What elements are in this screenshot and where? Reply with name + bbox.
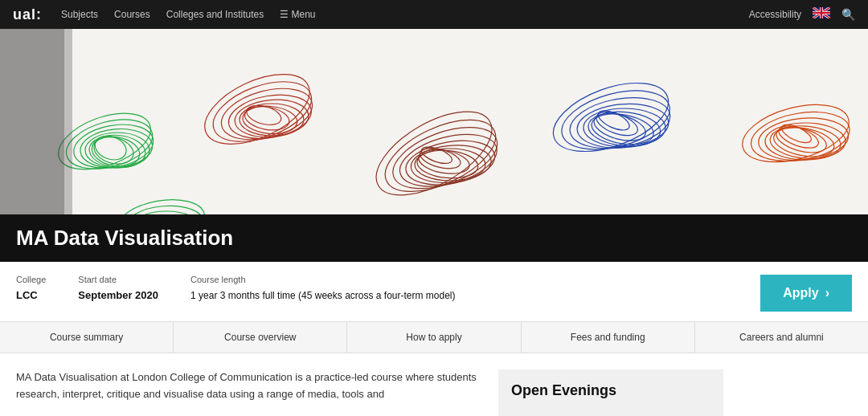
hero-section: MA Data Visualisation — [0, 29, 868, 262]
start-date-label: Start date — [78, 275, 158, 284]
college-field: College LCC — [16, 275, 46, 302]
apply-label: Apply — [783, 286, 818, 300]
flag-icon — [813, 7, 830, 18]
course-tabs: Course summary Course overview How to ap… — [0, 322, 868, 353]
navigation: ual: Subjects Courses Colleges and Insti… — [0, 0, 868, 29]
apply-button[interactable]: Apply › — [760, 275, 852, 312]
apply-arrow-icon: › — [825, 286, 829, 300]
hero-title-bar: MA Data Visualisation — [0, 214, 868, 262]
accessibility-link[interactable]: Accessibility — [749, 9, 801, 20]
start-date-field: Start date September 2020 — [78, 275, 158, 302]
nav-right: Accessibility 🔍 — [749, 7, 855, 22]
tab-course-overview[interactable]: Course overview — [174, 322, 347, 353]
search-icon[interactable]: 🔍 — [841, 8, 855, 21]
nav-logo[interactable]: ual: — [13, 6, 42, 23]
nav-courses[interactable]: Courses — [114, 9, 150, 20]
course-info: College LCC Start date September 2020 Co… — [0, 262, 868, 322]
course-length-value: 1 year 3 months full time (45 weeks acro… — [190, 290, 455, 301]
tab-how-to-apply[interactable]: How to apply — [347, 322, 521, 353]
college-value: LCC — [16, 289, 38, 301]
course-length-label: Course length — [190, 275, 455, 284]
college-label: College — [16, 275, 46, 284]
description-text: MA Data Visualisation at London College … — [16, 369, 482, 403]
nav-subjects[interactable]: Subjects — [61, 9, 98, 20]
nav-colleges[interactable]: Colleges and Institutes — [166, 9, 264, 20]
start-date-value: September 2020 — [78, 289, 158, 301]
nav-links: Subjects Courses Colleges and Institutes… — [61, 9, 315, 20]
tab-course-summary[interactable]: Course summary — [0, 322, 174, 353]
language-flag[interactable] — [813, 7, 830, 22]
nav-menu[interactable]: ☰ Menu — [280, 9, 315, 20]
sidebar-open-evenings: Open Evenings — [498, 369, 723, 416]
content-area: MA Data Visualisation at London College … — [0, 353, 868, 416]
tab-fees-funding[interactable]: Fees and funding — [522, 322, 695, 353]
sidebar-title: Open Evenings — [511, 382, 710, 399]
main-text: MA Data Visualisation at London College … — [16, 369, 482, 416]
course-length-field: Course length 1 year 3 months full time … — [190, 275, 455, 303]
page-title: MA Data Visualisation — [16, 226, 852, 251]
tab-careers-alumni[interactable]: Careers and alumni — [695, 322, 868, 353]
